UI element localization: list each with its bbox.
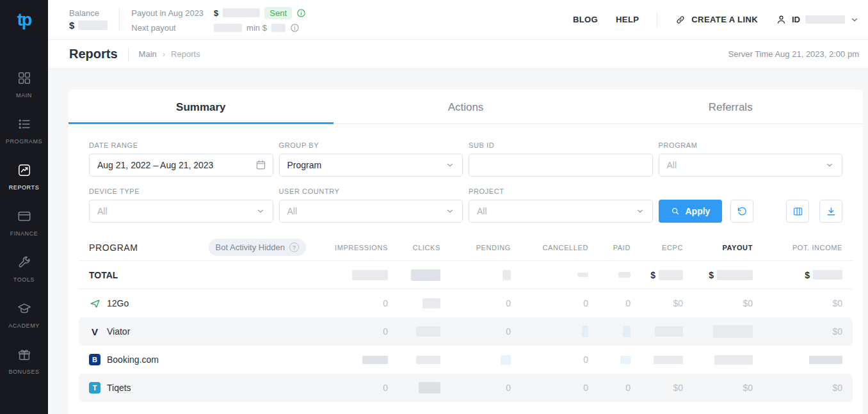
date-range-input[interactable]: [89, 154, 273, 177]
sidebar-item-reports[interactable]: REPORTS: [0, 154, 48, 200]
user-icon: [776, 14, 787, 25]
group-by-select[interactable]: Program: [279, 154, 463, 177]
help-icon[interactable]: ?: [289, 243, 299, 252]
program-label: PROGRAM: [659, 141, 843, 149]
filters-row-1: DATE RANGE GROUP BY Program: [89, 141, 842, 177]
filter-actions: Apply: [659, 187, 843, 223]
reset-filters-button[interactable]: [730, 200, 753, 223]
calendar-icon: [255, 159, 266, 170]
brand-logo[interactable]: tp: [17, 0, 31, 61]
sub-id-label: SUB ID: [469, 141, 653, 149]
wrench-icon: [17, 255, 31, 272]
create-link-button[interactable]: CREATE A LINK: [675, 15, 758, 25]
apply-button[interactable]: Apply: [659, 200, 723, 223]
clicks-value: [388, 298, 440, 308]
device-type-value: All: [97, 206, 256, 216]
tab-summary[interactable]: Summary: [68, 90, 334, 123]
reset-icon: [737, 206, 748, 217]
page-title: Reports: [69, 47, 118, 61]
program-select[interactable]: All: [659, 154, 843, 177]
clicks-value: [388, 356, 440, 364]
columns-settings-button[interactable]: [786, 200, 809, 223]
redacted-value: [805, 15, 845, 24]
sidebar-item-main[interactable]: MAIN: [0, 61, 48, 107]
pending-value: 0: [440, 383, 511, 393]
paid-value: 0: [588, 383, 631, 393]
breadcrumb-main[interactable]: Main: [139, 49, 157, 59]
table-row-tiqets[interactable]: T Tiqets 0 0 0 0 $0 $0 $0: [79, 374, 853, 402]
download-report-button[interactable]: [819, 200, 842, 223]
payout-header[interactable]: PAYOUT: [683, 244, 753, 251]
pending-value: 0: [440, 326, 511, 337]
clicks-value: [388, 269, 440, 281]
app-window: tp MAIN PROGRAMS REPORTS FINANCE TOOLS: [0, 0, 868, 414]
sidebar-item-tools[interactable]: TOOLS: [0, 246, 48, 292]
server-time: Server Time Aug 21, 2023, 2:00 pm: [728, 49, 859, 59]
device-type-label: DEVICE TYPE: [89, 187, 273, 195]
ecpc-value: $: [631, 270, 683, 280]
pot-income-value: $0: [753, 326, 842, 337]
info-icon[interactable]: [296, 8, 306, 18]
program-name: Viator: [107, 326, 130, 337]
sidebar-item-academy[interactable]: ACADEMY: [0, 292, 48, 338]
dashboard-icon: [17, 71, 31, 88]
sidebar-item-bonuses[interactable]: BONUSES: [0, 338, 48, 384]
cancelled-header[interactable]: CANCELLED: [511, 244, 588, 251]
chevron-down-icon: [825, 161, 834, 170]
paid-header[interactable]: PAID: [588, 244, 631, 251]
sidebar-item-programs[interactable]: PROGRAMS: [0, 107, 48, 154]
impressions-header[interactable]: IMPRESSIONS: [317, 244, 388, 251]
search-icon: [671, 207, 680, 216]
account-menu[interactable]: ID: [776, 14, 859, 25]
chevron-down-icon: [446, 207, 454, 216]
user-country-label: USER COUNTRY: [279, 187, 463, 195]
payout-block: Payout in Aug 2023 $ Sent Next payout mi…: [131, 7, 306, 33]
project-filter: PROJECT All: [469, 187, 653, 223]
redacted-value: [717, 270, 753, 280]
tab-referrals[interactable]: Referrals: [598, 90, 863, 123]
redacted-value: [416, 356, 440, 364]
user-country-select[interactable]: All: [279, 200, 463, 223]
info-icon[interactable]: [290, 23, 300, 33]
next-payout-label: Next payout: [131, 23, 204, 33]
device-type-select[interactable]: All: [89, 200, 273, 223]
paid-value: [588, 356, 631, 364]
program-cell: V Viator: [89, 326, 317, 337]
tab-actions[interactable]: Actions: [334, 90, 599, 123]
program-header[interactable]: PROGRAM: [89, 243, 138, 253]
sidebar-item-finance[interactable]: FINANCE: [0, 200, 48, 246]
help-link[interactable]: HELP: [616, 15, 639, 24]
group-by-filter: GROUP BY Program: [279, 141, 463, 177]
card-icon: [17, 209, 31, 226]
pot-income-value: $0: [753, 383, 842, 393]
table-total-row: TOTAL $ $ $: [79, 261, 853, 289]
project-select[interactable]: All: [469, 200, 653, 223]
impressions-value: 0: [317, 383, 388, 393]
ecpc-header[interactable]: ECPC: [631, 244, 683, 251]
redacted-value: [659, 270, 683, 280]
bot-activity-label: Bot Activity Hidden: [216, 243, 285, 252]
tiqets-icon: T: [89, 382, 100, 394]
sidebar-item-label: MAIN: [16, 92, 32, 99]
pending-header[interactable]: PENDING: [440, 244, 511, 251]
table-row-booking[interactable]: B Booking.com 0: [79, 346, 853, 374]
table-row-12go[interactable]: 12Go 0 0 0 0 $0 $0 $0: [79, 289, 853, 317]
pending-value: [440, 270, 511, 280]
bot-activity-badge[interactable]: Bot Activity Hidden ?: [209, 239, 306, 256]
pot-income-header[interactable]: POT. INCOME: [753, 244, 842, 251]
pot-income-value: [753, 356, 842, 364]
program-name: Tiqets: [107, 383, 131, 393]
table-row-viator[interactable]: V Viator 0 0 $0: [79, 317, 853, 346]
payout-label: Payout in Aug 2023: [131, 8, 204, 18]
clicks-header[interactable]: CLICKS: [388, 244, 440, 251]
sub-id-input[interactable]: [469, 154, 653, 177]
date-range-filter: DATE RANGE: [89, 141, 273, 177]
cancelled-value: [511, 273, 588, 277]
device-type-filter: DEVICE TYPE All: [89, 187, 273, 223]
redacted-value: [502, 270, 511, 280]
blog-link[interactable]: BLOG: [573, 15, 598, 24]
chevron-down-icon: [850, 15, 859, 24]
apply-button-label: Apply: [686, 206, 711, 216]
pending-value: [440, 355, 511, 365]
payout-value: [683, 355, 753, 365]
